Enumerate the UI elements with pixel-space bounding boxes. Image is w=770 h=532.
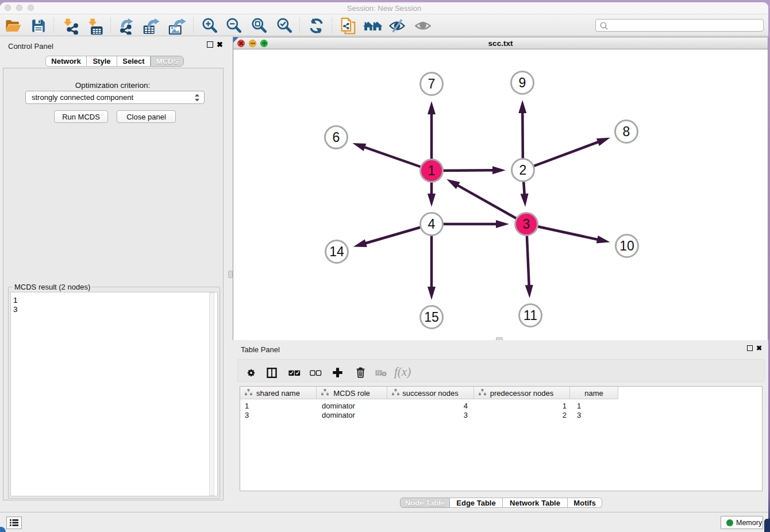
svg-text:2: 2 [519,163,527,178]
svg-text:15: 15 [424,310,439,325]
svg-text:3: 3 [523,217,530,232]
svg-text:14: 14 [329,244,344,259]
svg-text:10: 10 [619,238,634,253]
svg-text:9: 9 [519,75,526,90]
svg-text:7: 7 [428,76,436,91]
svg-text:8: 8 [623,124,630,139]
svg-text:6: 6 [333,130,340,145]
svg-text:11: 11 [523,308,537,323]
svg-text:4: 4 [428,217,436,232]
svg-text:1: 1 [428,163,436,178]
